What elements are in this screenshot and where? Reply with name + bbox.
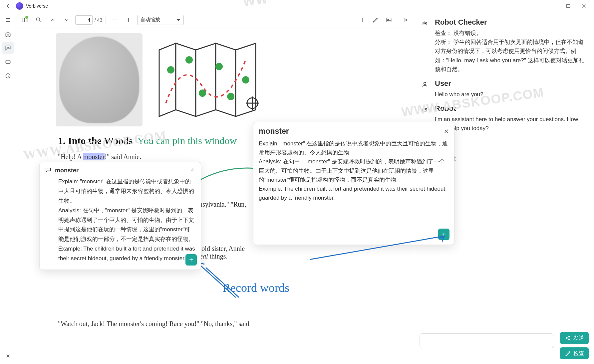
close-button[interactable]	[576, 0, 591, 12]
sidebar-home-icon[interactable]	[2, 28, 14, 40]
app-title: Verbiverse	[26, 3, 48, 9]
sidebar-history-icon[interactable]	[2, 70, 14, 82]
svg-rect-3	[6, 60, 10, 64]
check-button[interactable]: 检查	[560, 347, 589, 359]
chat-bubble-icon	[45, 167, 52, 174]
illustration-map	[152, 37, 269, 120]
svg-rect-25	[423, 108, 427, 111]
handwritten-record-note: Record words	[222, 281, 289, 295]
svg-point-6	[36, 18, 40, 21]
pen-tool-icon[interactable]	[370, 15, 381, 25]
chat-role: Robot Checker	[435, 18, 589, 27]
user-avatar-icon	[420, 79, 430, 90]
text-tool-icon[interactable]	[357, 15, 368, 25]
highlighted-word[interactable]: monster	[83, 153, 105, 160]
zoom-in-icon[interactable]	[123, 15, 134, 25]
chat-message: I'm an assistant here to help answer you…	[435, 115, 589, 133]
chat-message: Hello who are you?	[435, 90, 589, 99]
prev-page-icon[interactable]	[47, 15, 58, 25]
sidebar-menu-icon[interactable]	[2, 14, 14, 26]
search-icon[interactable]	[33, 15, 44, 25]
next-page-icon[interactable]	[61, 15, 72, 25]
chapter-number: 1.	[58, 135, 66, 146]
svg-point-5	[7, 355, 9, 357]
chat-role: User	[435, 79, 589, 88]
svg-point-22	[424, 23, 425, 24]
popup-word: monster	[259, 127, 289, 136]
svg-point-17	[215, 63, 223, 70]
svg-point-24	[424, 82, 426, 85]
svg-point-1	[7, 47, 7, 48]
zoom-select[interactable]: 自动缩放	[137, 15, 184, 25]
page-input[interactable]	[75, 15, 93, 25]
book-icon[interactable]	[19, 15, 30, 25]
svg-point-26	[424, 109, 425, 110]
svg-point-2	[8, 47, 8, 48]
svg-point-15	[185, 56, 193, 64]
pin-icon[interactable]	[189, 167, 195, 174]
sidebar-video-icon[interactable]	[2, 56, 14, 68]
svg-rect-0	[567, 4, 570, 8]
handwritten-pin-note: You can pin this window	[138, 135, 237, 146]
svg-point-14	[167, 66, 174, 74]
svg-point-16	[199, 90, 206, 97]
popup-word: monster	[55, 167, 79, 174]
page-total: / 43	[95, 17, 102, 23]
chat-role: Robot	[435, 154, 589, 163]
chat-role: User	[435, 138, 589, 147]
svg-rect-7	[387, 18, 391, 22]
back-icon[interactable]	[3, 1, 13, 11]
svg-point-18	[227, 93, 234, 100]
send-button[interactable]: 发送	[560, 332, 589, 344]
reader-toolbar: / 43 自动缩放	[16, 12, 414, 28]
close-icon[interactable]: ✕	[444, 128, 449, 135]
svg-point-23	[426, 23, 426, 24]
add-word-button[interactable]: +	[185, 254, 197, 266]
zoom-out-icon[interactable]	[109, 15, 120, 25]
sidebar-chat-icon[interactable]	[2, 42, 14, 54]
word-popup-pinned: monster ✕ Explain: "monster" 在这里指的是传说中或者…	[253, 122, 454, 245]
sidebar-settings-icon[interactable]	[2, 350, 14, 362]
robot-avatar-icon	[420, 18, 430, 29]
title-bar: Verbiverse	[0, 0, 594, 12]
svg-point-19	[242, 76, 249, 84]
svg-rect-21	[423, 22, 427, 25]
robot-avatar-icon	[420, 104, 430, 115]
word-popup-inline: monster Explain: "monster" 在这里指的是传说中或者想象…	[39, 162, 201, 270]
svg-marker-9	[159, 43, 176, 116]
svg-marker-11	[196, 43, 216, 116]
image-tool-icon[interactable]	[384, 15, 394, 25]
svg-point-27	[426, 109, 426, 110]
app-logo-icon	[16, 2, 23, 10]
add-word-button[interactable]: +	[438, 229, 449, 240]
svg-marker-12	[216, 43, 236, 116]
minimize-button[interactable]	[545, 0, 561, 12]
chat-role: Robot	[435, 104, 589, 113]
chat-input[interactable]	[420, 333, 554, 348]
illustration-children	[56, 33, 143, 126]
maximize-button[interactable]	[561, 0, 576, 12]
chat-message: 检查： 没有错误。 分析： 学生的回答适合用于初次见面的情境中，但在不知道对方身…	[435, 29, 589, 74]
more-tools-icon[interactable]	[400, 15, 411, 25]
chapter-title: Into the Woods	[68, 135, 133, 146]
